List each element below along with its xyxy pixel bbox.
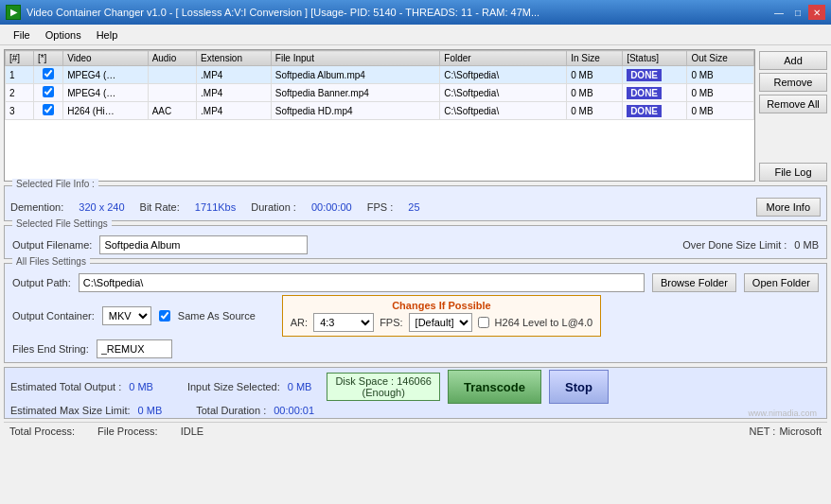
- output-path-input[interactable]: [79, 273, 645, 292]
- duration-label: Duration :: [251, 201, 296, 213]
- disk-space-label: Disk Space :: [335, 375, 394, 387]
- duration-value: 00:00:00: [311, 201, 352, 213]
- file-process-label: File Process:: [97, 426, 158, 437]
- all-files-settings-label: All Files Settings: [12, 256, 90, 267]
- cell-input: Softpedia Album.mp4: [271, 66, 440, 84]
- menu-options[interactable]: Options: [38, 27, 89, 43]
- cell-check[interactable]: [33, 66, 62, 84]
- cell-audio: [148, 66, 196, 84]
- est-total-output-label: Estimated Total Output :: [10, 381, 121, 392]
- files-end-string-input[interactable]: [97, 339, 172, 358]
- ar-select[interactable]: 4:316:9Original: [313, 313, 374, 332]
- h264-label: H264 Level to L@4.0: [495, 317, 593, 328]
- col-header-audio: Audio: [148, 51, 196, 66]
- cell-num: 3: [6, 102, 34, 120]
- bitrate-value: 1711Kbs: [195, 201, 236, 213]
- maximize-button[interactable]: □: [789, 5, 806, 20]
- cell-num: 1: [6, 66, 34, 84]
- cell-input: Softpedia HD.mp4: [271, 102, 440, 120]
- fps-label: FPS :: [367, 201, 394, 213]
- over-done-label: Over Done Size Limit :: [682, 239, 787, 251]
- cell-outsize: 0 MB: [687, 102, 754, 120]
- col-header-folder: Folder: [440, 51, 567, 66]
- cell-ext: .MP4: [197, 66, 272, 84]
- more-info-button[interactable]: More Info: [756, 198, 821, 217]
- idle-value: IDLE: [181, 426, 203, 437]
- net-label: NET :: [749, 426, 775, 437]
- cell-check[interactable]: [33, 102, 62, 120]
- menu-help[interactable]: Help: [89, 27, 126, 43]
- status-footer: Total Process: File Process: IDLE NET : …: [4, 422, 827, 439]
- cell-outsize: 0 MB: [687, 66, 754, 84]
- selected-file-settings-label: Selected File Settings: [12, 218, 112, 229]
- output-container-select[interactable]: MKVAVIMP4MOVFLV: [102, 306, 151, 325]
- changes-label: Changes If Possible: [291, 300, 592, 311]
- browse-folder-button[interactable]: Browse Folder: [652, 273, 736, 292]
- fps-select[interactable]: [Default]23.976242529.9730: [409, 313, 472, 332]
- menu-file[interactable]: File: [6, 27, 38, 43]
- total-process-label: Total Process:: [9, 426, 75, 437]
- bottom-bar: Estimated Total Output : 0 MB Input Size…: [4, 367, 827, 419]
- file-log-button[interactable]: File Log: [759, 163, 827, 182]
- selected-file-info-label: Selected File Info :: [12, 179, 98, 189]
- h264-checkbox[interactable]: [478, 317, 489, 328]
- add-button[interactable]: Add: [759, 51, 827, 70]
- col-header-status: [Status]: [623, 51, 687, 66]
- transcode-button[interactable]: Transcode: [448, 370, 541, 404]
- cell-folder: C:\Softpedia\: [440, 84, 567, 102]
- cell-num: 2: [6, 84, 34, 102]
- close-button[interactable]: ✕: [808, 5, 825, 20]
- app-icon: ▶: [6, 5, 21, 20]
- disk-space-box: Disk Space : 146066 (Enough): [327, 373, 440, 401]
- remove-all-button[interactable]: Remove All: [759, 95, 827, 113]
- fps-value: 25: [408, 201, 419, 213]
- ar-label: AR:: [291, 317, 308, 328]
- cell-folder: C:\Softpedia\: [440, 66, 567, 84]
- cell-audio: AAC: [148, 102, 196, 120]
- table-row: 1 MPEG4 (… .MP4 Softpedia Album.mp4 C:\S…: [6, 66, 754, 84]
- col-header-outsize: Out Size: [687, 51, 754, 66]
- selected-file-info-section: Selected File Info : Demention: 320 x 24…: [4, 185, 827, 221]
- dimension-value: 320 x 240: [79, 201, 124, 213]
- col-header-video: Video: [63, 51, 148, 66]
- input-size-selected-value: 0 MB: [288, 381, 312, 392]
- disk-space-enough: (Enough): [362, 387, 405, 398]
- cell-video: MPEG4 (…: [63, 66, 148, 84]
- output-filename-label: Output Filename:: [12, 239, 92, 251]
- col-header-num: [#]: [6, 51, 34, 66]
- title-text: Video Container Changer v1.0 - [ Lossles…: [27, 7, 539, 18]
- cell-status: DONE: [623, 102, 687, 120]
- selected-file-settings-section: Selected File Settings Output Filename: …: [4, 225, 827, 259]
- total-duration-value: 00:00:01: [274, 405, 314, 416]
- cell-video: H264 (Hi…: [63, 102, 148, 120]
- file-table-container: [#] [*] Video Audio Extension File Input…: [4, 49, 755, 182]
- remove-button[interactable]: Remove: [759, 73, 827, 92]
- total-duration-label: Total Duration :: [196, 405, 266, 416]
- cell-insize: 0 MB: [567, 66, 623, 84]
- bitrate-label: Bit Rate:: [140, 201, 180, 213]
- cell-ext: .MP4: [197, 102, 272, 120]
- changes-box: Changes If Possible AR: 4:316:9Original …: [282, 295, 601, 337]
- cell-insize: 0 MB: [567, 84, 623, 102]
- same-as-source-label: Same As Source: [178, 310, 256, 322]
- cell-video: MPEG4 (…: [63, 84, 148, 102]
- same-as-source-checkbox[interactable]: [159, 310, 170, 322]
- net-value: Microsoft: [779, 426, 822, 437]
- input-size-selected-label: Input Size Selected:: [187, 381, 280, 392]
- stop-button[interactable]: Stop: [549, 370, 609, 404]
- open-folder-button[interactable]: Open Folder: [744, 273, 819, 292]
- est-max-size-value: 0 MB: [138, 405, 163, 416]
- disk-space-value: 146066: [397, 375, 432, 387]
- cell-insize: 0 MB: [567, 102, 623, 120]
- dimension-label: Demention:: [10, 201, 63, 213]
- menu-bar: File Options Help: [0, 25, 831, 45]
- output-container-label: Output Container:: [12, 310, 95, 322]
- cell-check[interactable]: [33, 84, 62, 102]
- output-filename-input[interactable]: [99, 235, 308, 254]
- cell-status: DONE: [623, 66, 687, 84]
- title-bar: ▶ Video Container Changer v1.0 - [ Lossl…: [0, 0, 831, 25]
- files-end-string-label: Files End String:: [12, 343, 89, 355]
- minimize-button[interactable]: —: [770, 5, 787, 20]
- col-header-ext: Extension: [197, 51, 272, 66]
- cell-outsize: 0 MB: [687, 84, 754, 102]
